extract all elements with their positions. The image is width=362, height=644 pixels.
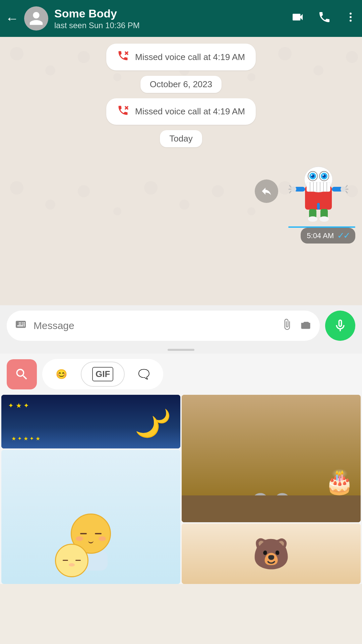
svg-point-30 — [308, 216, 317, 222]
svg-point-16 — [322, 174, 324, 176]
svg-point-0 — [350, 13, 352, 15]
missed-call-text-top: Missed voice call at 4:19 AM — [135, 52, 245, 62]
video-call-button[interactable] — [291, 10, 304, 26]
time-text: 5:04 AM — [307, 231, 334, 240]
svg-point-27 — [341, 186, 346, 192]
missed-call-icon-top — [117, 50, 129, 64]
svg-point-1 — [350, 16, 352, 18]
message-text-input[interactable] — [34, 320, 274, 331]
svg-point-2 — [350, 20, 352, 22]
camera-icon[interactable] — [300, 318, 312, 333]
sticker-message: 5:04 AM ✓✓ — [255, 159, 355, 244]
emoji-gif-panel: 😊 GIF 🗨️ ✦ ★ ✦ 🌙 ★ ✦ ★ ✦ ★ — [0, 354, 362, 584]
missed-call-notification-top[interactable]: Missed voice call at 4:19 AM — [106, 44, 256, 70]
today-text: Today — [169, 133, 192, 144]
gif-item-minnie[interactable]: 🐭 🎂 — [182, 395, 361, 522]
read-receipts: ✓✓ — [337, 230, 349, 241]
emoji-tab-icon: 😊 — [56, 369, 67, 380]
sticker-tab-icon: 🗨️ — [138, 369, 150, 380]
message-input-pill — [7, 311, 320, 341]
emoji-tab[interactable]: 😊 — [45, 362, 78, 387]
avatar[interactable] — [24, 6, 48, 31]
missed-call-text-second: Missed voice call at 4:19 AM — [135, 106, 245, 117]
back-button[interactable]: ← — [5, 11, 19, 26]
message-timestamp: 5:04 AM ✓✓ — [301, 228, 355, 244]
missed-call-notification-second[interactable]: Missed voice call at 4:19 AM — [106, 98, 256, 125]
today-separator: Today — [160, 130, 202, 147]
svg-line-33 — [290, 185, 291, 187]
missed-call-icon-second — [117, 104, 129, 119]
attachment-icon[interactable] — [281, 318, 293, 333]
svg-point-15 — [311, 174, 312, 176]
gif-item-bear[interactable]: 🐻 — [182, 524, 361, 584]
emoji-search-button[interactable] — [7, 359, 37, 389]
more-options-button[interactable] — [345, 11, 357, 26]
reply-button[interactable] — [255, 179, 278, 203]
voice-call-button[interactable] — [318, 10, 331, 26]
handle-indicator — [168, 349, 194, 351]
contact-name: Some Body — [54, 7, 291, 20]
svg-line-35 — [290, 191, 291, 193]
gif-tab[interactable]: GIF — [81, 362, 125, 387]
gif-item-night-sky[interactable]: ✦ ★ ✦ 🌙 ★ ✦ ★ ✦ ★ — [1, 395, 180, 448]
chat-header: ← Some Body last seen Sun 10:36 PM — [0, 0, 362, 37]
date-text: October 6, 2023 — [150, 79, 212, 89]
keyboard-icon[interactable] — [15, 318, 27, 333]
drag-handle — [0, 346, 362, 354]
message-input-bar — [0, 305, 362, 346]
contact-info[interactable]: Some Body last seen Sun 10:36 PM — [54, 7, 291, 30]
chat-area: Missed voice call at 4:19 AM October 6, … — [0, 37, 362, 305]
svg-line-36 — [346, 185, 347, 187]
gif-item-sleeping[interactable] — [1, 450, 180, 584]
contact-status: last seen Sun 10:36 PM — [54, 21, 291, 30]
emoji-tab-bar: 😊 GIF 🗨️ — [0, 354, 362, 395]
svg-point-31 — [319, 216, 329, 222]
date-separator: October 6, 2023 — [140, 76, 222, 93]
sticker-image — [282, 159, 355, 226]
sticker-tab[interactable]: 🗨️ — [127, 362, 161, 387]
svg-line-38 — [346, 191, 347, 193]
emoji-tabs-group: 😊 GIF 🗨️ — [42, 359, 163, 389]
svg-point-25 — [291, 186, 296, 192]
svg-rect-32 — [317, 203, 320, 210]
header-actions — [291, 10, 357, 26]
gif-grid: ✦ ★ ✦ 🌙 ★ ✦ ★ ✦ ★ — [0, 395, 362, 584]
mic-button[interactable] — [325, 311, 355, 341]
gif-tab-label: GIF — [92, 367, 113, 381]
